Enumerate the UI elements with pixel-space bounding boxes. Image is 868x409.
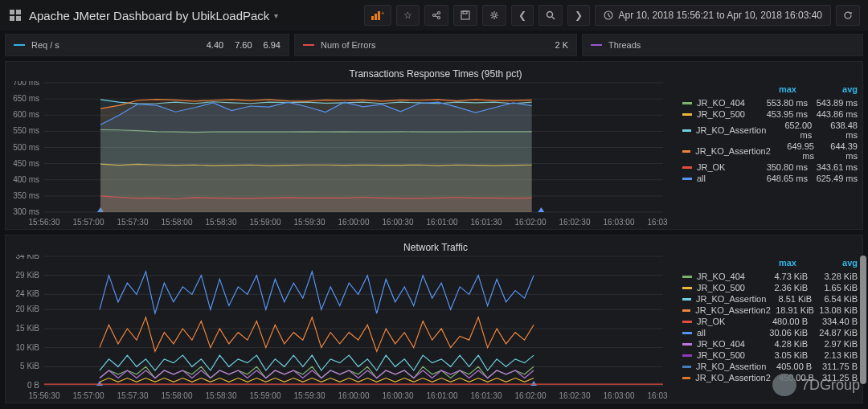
legend-series-name: JR_OK	[697, 162, 758, 172]
svg-text:29 KiB: 29 KiB	[16, 271, 40, 280]
svg-text:16:01:00: 16:01:00	[427, 218, 458, 227]
scrollbar-thumb[interactable]	[860, 256, 866, 384]
legend-row[interactable]: JR_KO_4044.73 KiB3.28 KiB	[682, 271, 858, 282]
chart2-plot[interactable]: 0 B5 KiB10 KiB15 KiB20 KiB24 KiB29 KiB34…	[9, 255, 678, 403]
svg-text:16:03:00: 16:03:00	[604, 218, 635, 227]
time-forward-button[interactable]: ❯	[567, 5, 590, 26]
svg-text:15:59:30: 15:59:30	[294, 391, 326, 400]
watermark: 7DGroup	[772, 374, 860, 396]
svg-text:15:57:00: 15:57:00	[73, 391, 104, 400]
watermark-text: 7DGroup	[801, 377, 860, 394]
legend-series-name: JR_KO_500	[697, 283, 758, 292]
legend-max-val: 453.95 ms	[763, 109, 808, 119]
legend-max-val: 652.00 ms	[771, 121, 812, 140]
legend-series-name: JR_KO_500	[697, 109, 758, 119]
threads-panel[interactable]: Threads	[582, 34, 863, 56]
legend-row[interactable]: JR_KO_404553.80 ms543.89 ms	[682, 97, 858, 108]
legend-avg-val: 543.89 ms	[813, 98, 858, 108]
chart1-title: Transactions Response Times (95th pct)	[9, 65, 862, 81]
legend-swatch	[682, 129, 691, 132]
legend-row[interactable]: JR_KO_4044.28 KiB2.97 KiB	[682, 338, 858, 350]
svg-text:15:56:30: 15:56:30	[29, 391, 60, 400]
svg-text:5 KiB: 5 KiB	[20, 362, 39, 370]
share-button[interactable]	[424, 5, 448, 26]
svg-text:15:59:00: 15:59:00	[250, 391, 281, 400]
legend-series-name: JR_KO_500	[697, 350, 758, 360]
svg-text:15:56:30: 15:56:30	[29, 218, 60, 227]
wechat-icon	[772, 374, 796, 396]
legend-avg-val: 24.87 KiB	[813, 328, 858, 337]
svg-text:700 ms: 700 ms	[13, 81, 39, 87]
legend-swatch	[682, 150, 690, 153]
svg-text:350 ms: 350 ms	[13, 191, 39, 200]
svg-text:16:02:30: 16:02:30	[559, 218, 591, 227]
svg-text:16:00:30: 16:00:30	[383, 391, 414, 400]
legend-swatch	[682, 309, 690, 312]
svg-rect-0	[10, 10, 14, 14]
legend-max-val: 2.36 KiB	[763, 283, 808, 292]
svg-text:15 KiB: 15 KiB	[16, 324, 40, 333]
req-val-3: 6.94	[264, 40, 280, 50]
legend-swatch	[682, 332, 692, 334]
legend-row[interactable]: JR_KO_Assertion405.00 B311.75 B	[682, 361, 858, 372]
legend-avg-val: 311.75 B	[817, 362, 858, 371]
chevron-down-icon[interactable]: ▾	[274, 11, 278, 20]
legend-row[interactable]: JR_KO_Assertion2649.95 ms644.39 ms	[682, 141, 858, 162]
svg-text:600 ms: 600 ms	[13, 110, 39, 119]
zoom-button[interactable]	[538, 5, 563, 26]
legend-avg-val: 13.08 KiB	[819, 305, 858, 315]
legend-avg-val: 625.49 ms	[813, 174, 858, 183]
svg-text:16:01:30: 16:01:30	[471, 391, 502, 400]
legend-row[interactable]: all648.65 ms625.49 ms	[682, 173, 858, 184]
svg-text:+: +	[381, 10, 384, 17]
legend-row[interactable]: JR_KO_5003.05 KiB2.13 KiB	[682, 350, 858, 361]
req-val-2: 7.60	[235, 40, 252, 50]
err-swatch	[303, 44, 314, 46]
legend-max-val: 648.65 ms	[763, 174, 808, 183]
svg-text:15:58:30: 15:58:30	[206, 391, 237, 400]
legend-row[interactable]: JR_KO_5002.36 KiB1.65 KiB	[682, 282, 858, 293]
legend-avg-val: 3.28 KiB	[813, 272, 858, 281]
legend-row[interactable]: JR_KO_500453.95 ms443.86 ms	[682, 108, 858, 120]
errors-panel[interactable]: Num of Errors 2 K	[294, 34, 577, 56]
panel-add-button[interactable]: +	[364, 5, 391, 26]
legend-hdr-avg: avg	[813, 84, 858, 94]
star-button[interactable]: ☆	[396, 5, 420, 26]
svg-text:16:02:00: 16:02:00	[515, 391, 547, 400]
err-val: 2 K	[555, 40, 568, 50]
chart1-plot[interactable]: 300 ms350 ms400 ms450 ms500 ms550 ms600 …	[9, 81, 678, 230]
legend-series-name: JR_KO_404	[697, 98, 758, 108]
req-swatch	[14, 44, 25, 46]
settings-button[interactable]	[482, 5, 506, 26]
legend-row[interactable]: JR_KO_Assertion8.51 KiB6.54 KiB	[682, 293, 858, 305]
legend-swatch	[682, 343, 692, 346]
legend-row[interactable]: JR_KO_Assertion652.00 ms638.48 ms	[682, 120, 858, 141]
legend-max-val: 649.95 ms	[776, 141, 814, 161]
toolbar: + ☆ ❮ ❯ Apr 10, 2018 15:56:21 to Apr 10,…	[364, 5, 860, 26]
svg-text:500 ms: 500 ms	[13, 143, 39, 152]
save-button[interactable]	[453, 5, 477, 26]
svg-text:15:57:30: 15:57:30	[117, 218, 149, 227]
svg-text:16:01:30: 16:01:30	[471, 218, 502, 227]
svg-text:0 B: 0 B	[27, 381, 39, 390]
svg-text:15:57:00: 15:57:00	[73, 218, 104, 227]
legend-swatch	[682, 287, 692, 289]
time-range-button[interactable]: Apr 10, 2018 15:56:21 to Apr 10, 2018 16…	[595, 5, 831, 26]
svg-rect-12	[463, 11, 467, 14]
legend-row[interactable]: JR_KO_Assertion218.91 KiB13.08 KiB	[682, 305, 858, 316]
svg-point-14	[547, 12, 553, 18]
legend-row[interactable]: JR_OK480.00 B334.40 B	[682, 316, 858, 327]
time-back-button[interactable]: ❮	[511, 5, 534, 26]
dashboard-icon[interactable]	[8, 8, 23, 22]
legend-swatch	[682, 276, 692, 278]
legend-row[interactable]: all30.06 KiB24.87 KiB	[682, 327, 858, 338]
dashboard-title[interactable]: Apache JMeter Dashboard by UbikLoadPack	[29, 9, 269, 22]
legend-row[interactable]: JR_OK350.80 ms343.61 ms	[682, 162, 858, 173]
svg-rect-2	[10, 16, 14, 21]
legend-series-name: JR_KO_Assertion	[696, 362, 766, 371]
svg-text:550 ms: 550 ms	[13, 126, 39, 135]
req-per-sec-panel[interactable]: Req / s 4.40 7.60 6.94	[5, 34, 289, 56]
legend-max-val: 18.91 KiB	[776, 305, 814, 315]
refresh-button[interactable]	[836, 5, 860, 26]
legend-avg-val: 334.40 B	[813, 317, 858, 326]
